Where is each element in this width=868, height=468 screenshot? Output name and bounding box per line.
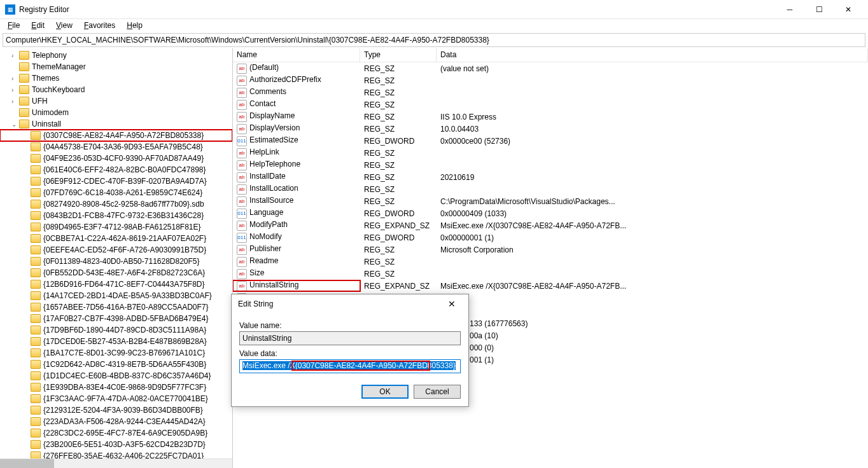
tree-horizontal-scrollbar[interactable] (0, 458, 232, 468)
list-row[interactable]: abDisplayVersionREG_SZ10.0.04403 (233, 123, 868, 135)
list-row[interactable]: abHelpTelephoneREG_SZ (233, 159, 868, 171)
tree-item[interactable]: {0843B2D1-FCB8-47FC-9732-E36B31436C28} (0, 210, 232, 221)
column-header-type[interactable]: Type (360, 48, 437, 62)
tree-item[interactable]: {12B6D916-FD64-471C-8EF7-C04443A75F8D} (0, 279, 232, 290)
string-value-icon: ab (237, 269, 247, 279)
list-row[interactable]: abSizeREG_SZ (233, 268, 868, 280)
list-row[interactable]: abInstallDateREG_SZ20210619 (233, 171, 868, 183)
tree-item[interactable]: {17DCED0E-5B27-453A-B2B4-E487B869B28A} (0, 336, 232, 347)
menu-favorites[interactable]: Favorites (79, 20, 120, 31)
value-data-input[interactable]: MsiExec.exe /X{0307C98E-AE82-4A4F-A950-A… (239, 359, 461, 373)
tree-item[interactable]: {1C92D642-AD8C-4319-8E7B-5D6AA55F430B} (0, 359, 232, 370)
folder-icon (31, 417, 41, 426)
tree-item[interactable]: {23B200E6-5E51-403D-A3F5-62CD42B23D7D} (0, 439, 232, 450)
binary-value-icon: 011 (237, 233, 247, 243)
list-row[interactable]: abReadmeREG_SZ (233, 256, 868, 268)
address-bar[interactable]: Computer\HKEY_LOCAL_MACHINE\SOFTWARE\Mic… (3, 33, 865, 47)
tree-item[interactable]: {2129312E-5204-4F3A-9039-B6D34DBB00FB} (0, 404, 232, 416)
tree-item[interactable]: {0F011389-4823-40D0-AB50-711628D820F5} (0, 256, 232, 267)
list-row[interactable]: abPublisherREG_SZMicrosoft Corporation (233, 244, 868, 256)
list-row[interactable]: abHelpLinkREG_SZ (233, 147, 868, 159)
tree-item[interactable]: {1E939DBA-83E4-4C0E-9868-9D9D5F77FC3F} (0, 382, 232, 393)
list-row[interactable]: abInstallSourceREG_SZC:\ProgramData\Micr… (233, 195, 868, 207)
list-row[interactable]: abInstallLocationREG_SZ (233, 183, 868, 195)
menu-help[interactable]: Help (122, 20, 148, 31)
tree-item[interactable]: {0CBBE7A1-C22A-462A-8619-21AAF07EA02F} (0, 233, 232, 244)
tree-item[interactable]: {1657ABEE-7D56-416A-B7E0-A89CC5AAD0F7} (0, 301, 232, 313)
list-row[interactable]: abDisplayNameREG_SZIIS 10.0 Express (233, 111, 868, 123)
string-value-icon: ab (237, 196, 247, 207)
list-row[interactable]: abAuthorizedCDFPrefixREG_SZ (233, 74, 868, 86)
list-row[interactable]: abModifyPathREG_EXPAND_SZMsiExec.exe /X{… (233, 219, 868, 231)
tree-item[interactable]: {17D9BF6D-1890-44D7-89CD-8D3C5111A98A} (0, 324, 232, 336)
tree-item[interactable]: ›Themes (0, 72, 232, 84)
value-data-cell: Microsoft Corporation (437, 245, 868, 254)
value-name-input[interactable] (239, 331, 461, 345)
list-row[interactable]: abUninstallStringREG_EXPAND_SZMsiExec.ex… (233, 280, 868, 292)
value-name-cell: abHelpTelephone (233, 160, 360, 170)
tree-expander-icon[interactable]: › (11, 98, 19, 105)
tree-expander-icon[interactable]: › (11, 86, 19, 93)
dialog-close-button[interactable]: ✕ (442, 299, 462, 309)
menu-view[interactable]: View (51, 20, 78, 31)
tree-item[interactable]: {1F3C3AAC-9F7A-47DA-A082-0ACE770041BE} (0, 393, 232, 404)
tree-item[interactable]: {17AF0B27-CB7F-4398-ADBD-5FBAD6B479E4} (0, 313, 232, 324)
column-header-name[interactable]: Name (233, 48, 360, 62)
tree-item[interactable]: {07FD769C-6C18-4038-A261-E9859C74E624} (0, 187, 232, 198)
folder-icon (31, 188, 41, 197)
string-value-icon: ab (237, 160, 247, 170)
ok-button[interactable]: OK (361, 385, 409, 399)
value-name-cell: abDisplayVersion (233, 123, 360, 134)
tree-item[interactable]: {0307C98E-AE82-4A4F-A950-A72FBD805338} (0, 130, 232, 141)
tree-item[interactable]: ThemeManager (0, 61, 232, 72)
minimize-button[interactable]: ─ (775, 0, 804, 19)
tree-item[interactable]: ›TouchKeyboard (0, 84, 232, 95)
string-value-icon: ab (237, 257, 247, 267)
cancel-button[interactable]: Cancel (414, 385, 461, 399)
list-row[interactable]: 011LanguageREG_DWORD0x00000409 (1033) (233, 207, 868, 219)
string-value-icon: ab (237, 245, 247, 255)
value-name-cell: abModifyPath (233, 220, 360, 231)
tree-expander-icon[interactable]: › (11, 52, 19, 59)
maximize-button[interactable]: ☐ (804, 0, 834, 19)
close-button[interactable]: ✕ (834, 0, 863, 19)
address-path: Computer\HKEY_LOCAL_MACHINE\SOFTWARE\Mic… (6, 36, 489, 45)
title-bar: ▦ Registry Editor ─ ☐ ✕ (0, 0, 868, 19)
tree-item[interactable]: {0EEFE4AC-ED52-4F6F-A726-A9030991B75D} (0, 244, 232, 256)
tree-expander-icon[interactable]: ⌄ (11, 121, 19, 128)
tree-item[interactable]: {1D1DC4EC-E60B-4BDB-837C-8D6C357A46D4} (0, 370, 232, 382)
tree-item[interactable]: {08274920-8908-45c2-9258-8ad67ff77b09}.s… (0, 198, 232, 210)
tree-item[interactable]: {223ADA3A-F506-428A-9244-C3EA445AD42A} (0, 416, 232, 427)
tree-item[interactable]: {061E40C6-EFF2-482A-82BC-B0A0FDC47898} (0, 164, 232, 176)
list-row[interactable]: abContactREG_SZ (233, 99, 868, 111)
tree-item[interactable]: {04F9E236-053D-4CF0-9390-AF70AD87AA49} (0, 153, 232, 164)
folder-icon (31, 337, 41, 346)
value-type-cell: REG_SZ (360, 125, 437, 134)
tree-item[interactable]: ›Telephony (0, 50, 232, 61)
tree-pane[interactable]: ›TelephonyThemeManager›Themes›TouchKeybo… (0, 48, 233, 468)
tree-item[interactable]: ⌄Uninstall (0, 118, 232, 130)
folder-icon (19, 108, 29, 117)
tree-item-label: {0F011389-4823-40D0-AB50-711628D820F5} (43, 257, 200, 266)
tree-item[interactable]: {1BA17C7E-8D01-3C99-9C23-B769671A101C} (0, 347, 232, 359)
string-value-icon: ab (237, 184, 247, 195)
value-data-label: Value data: (239, 349, 461, 358)
tree-item[interactable]: {228C3DC2-695E-4FC7-87E4-6A9CE905DA9B} (0, 427, 232, 439)
list-row[interactable]: 011EstimatedSizeREG_DWORD0x0000ce00 (527… (233, 135, 868, 147)
tree-item[interactable]: Unimodem (0, 107, 232, 118)
list-row[interactable]: 011NoModifyREG_DWORD0x00000001 (1) (233, 231, 868, 244)
tree-item-label: {12B6D916-FD64-471C-8EF7-C04443A75F8D} (43, 280, 204, 289)
tree-item[interactable]: {0FB552DD-543E-48E7-A6F4-2F8D82723C6A} (0, 267, 232, 279)
tree-item[interactable]: {06E9F912-CDEC-470F-B39F-0207BA9A4D7A} (0, 176, 232, 187)
tree-item[interactable]: ›UFH (0, 95, 232, 107)
tree-item[interactable]: {04A45738-E704-3A36-9D93-E5AFA79B5C48} (0, 141, 232, 153)
menu-edit[interactable]: Edit (26, 20, 50, 31)
column-header-data[interactable]: Data (437, 48, 868, 62)
list-row[interactable]: ab(Default)REG_SZ(value not set) (233, 62, 868, 74)
tree-item[interactable]: {089D4965-E3F7-4712-98AB-FA612518F81E} (0, 221, 232, 233)
tree-item[interactable]: {14A17CED-2BD1-4DAE-B5A5-9A33BD3BC0AF} (0, 290, 232, 301)
list-row[interactable]: abCommentsREG_SZ (233, 86, 868, 99)
binary-value-icon: 011 (237, 209, 247, 219)
tree-expander-icon[interactable]: › (11, 75, 19, 82)
menu-file[interactable]: File (3, 20, 25, 31)
